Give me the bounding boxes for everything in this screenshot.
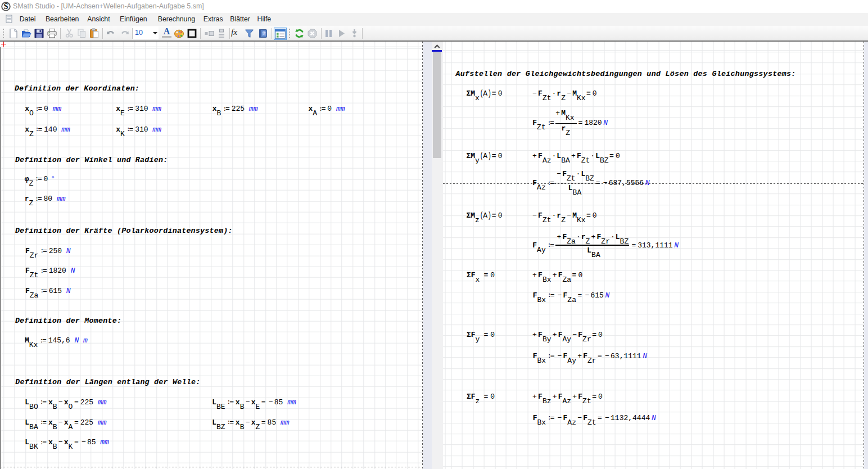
svg-text:S: S bbox=[4, 2, 8, 11]
svg-text:?: ? bbox=[263, 30, 266, 36]
